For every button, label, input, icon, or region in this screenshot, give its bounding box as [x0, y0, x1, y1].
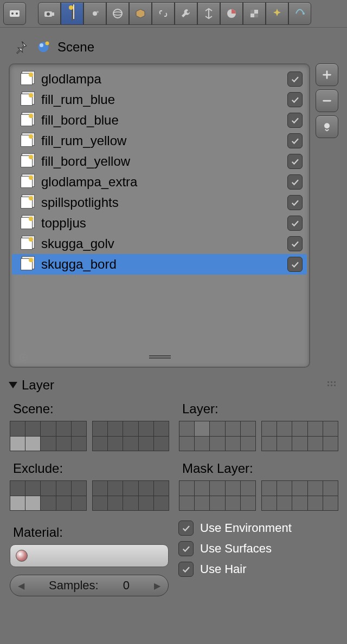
layer-cell[interactable]: [108, 481, 123, 496]
render-layer-enable-checkbox[interactable]: [287, 174, 303, 190]
layer-cell[interactable]: [72, 421, 86, 436]
layer-cell[interactable]: [277, 437, 292, 451]
layer-layers-grid-a[interactable]: [179, 421, 256, 451]
layer-cell[interactable]: [292, 481, 307, 496]
layer-cell[interactable]: [277, 481, 292, 496]
render-layer-item[interactable]: skugga_bord: [12, 254, 307, 275]
layer-cell[interactable]: [72, 481, 86, 496]
layer-cell[interactable]: [179, 421, 194, 436]
render-layer-item[interactable]: skugga_golv: [12, 233, 307, 254]
tab-world[interactable]: [106, 2, 129, 25]
scene-layers-grid-b[interactable]: [92, 421, 169, 451]
layer-cell[interactable]: [123, 421, 138, 436]
layer-cell[interactable]: [123, 496, 138, 511]
layer-cell[interactable]: [262, 496, 277, 511]
layer-cell[interactable]: [139, 421, 153, 436]
layer-cell[interactable]: [10, 496, 25, 511]
render-layer-name[interactable]: spillspotlights: [41, 195, 281, 210]
layer-cell[interactable]: [210, 481, 224, 496]
layer-cell[interactable]: [123, 481, 138, 496]
layer-cell[interactable]: [93, 481, 107, 496]
tab-particles[interactable]: [266, 2, 288, 25]
layer-cell[interactable]: [179, 496, 194, 511]
layer-cell[interactable]: [179, 481, 194, 496]
layer-cell[interactable]: [277, 496, 292, 511]
tab-render-layers[interactable]: [61, 2, 83, 25]
tab-physics[interactable]: [288, 2, 311, 25]
layer-cell[interactable]: [25, 496, 40, 511]
render-layer-item[interactable]: fill_rum_yellow: [12, 131, 307, 151]
samples-field[interactable]: ◀ Samples: 0 ▶: [10, 575, 169, 596]
render-layer-enable-checkbox[interactable]: [287, 113, 303, 128]
layer-cell[interactable]: [210, 496, 224, 511]
render-layer-name[interactable]: fill_rum_yellow: [41, 133, 281, 148]
layer-cell[interactable]: [226, 437, 240, 451]
layer-cell[interactable]: [41, 421, 55, 436]
layer-cell[interactable]: [292, 496, 307, 511]
tab-texture[interactable]: [243, 2, 266, 25]
layer-cell[interactable]: [154, 496, 169, 511]
layer-cell[interactable]: [139, 496, 153, 511]
use-surfaces-checkbox[interactable]: [178, 541, 194, 556]
layer-cell[interactable]: [56, 481, 71, 496]
layer-cell[interactable]: [262, 437, 277, 451]
use-surfaces-row[interactable]: Use Surfaces: [178, 541, 337, 556]
use-hair-checkbox[interactable]: [178, 562, 194, 577]
use-hair-row[interactable]: Use Hair: [178, 562, 337, 577]
layer-cell[interactable]: [195, 481, 209, 496]
render-layer-name[interactable]: toppljus: [41, 216, 281, 231]
layer-cell[interactable]: [56, 496, 71, 511]
render-layer-name[interactable]: glodlampa: [41, 71, 281, 87]
layer-cell[interactable]: [154, 421, 169, 436]
render-layer-enable-checkbox[interactable]: [287, 216, 303, 231]
layer-cell[interactable]: [195, 421, 209, 436]
layer-cell[interactable]: [323, 421, 338, 436]
layer-cell[interactable]: [210, 437, 224, 451]
exclude-layers-grid-a[interactable]: [10, 480, 87, 511]
render-layer-item[interactable]: glodlampa: [12, 69, 307, 89]
layer-cell[interactable]: [308, 421, 323, 436]
render-layers-scroll[interactable]: glodlampa fill_rum_blue fill_bord_blue f…: [12, 69, 307, 349]
layer-cell[interactable]: [108, 421, 123, 436]
layer-cell[interactable]: [308, 437, 323, 451]
exclude-layers-grid-b[interactable]: [92, 480, 169, 511]
tab-render[interactable]: [38, 2, 61, 25]
layer-cell[interactable]: [93, 437, 107, 451]
layer-cell[interactable]: [41, 437, 55, 451]
list-resize-grip[interactable]: [149, 355, 171, 359]
panel-drag-grip[interactable]: [327, 381, 338, 389]
layer-cell[interactable]: [241, 437, 255, 451]
scene-datablock-icon[interactable]: [35, 38, 52, 56]
layer-cell[interactable]: [226, 481, 240, 496]
layer-cell[interactable]: [56, 437, 71, 451]
layer-cell[interactable]: [25, 437, 40, 451]
render-layer-name[interactable]: fill_rum_blue: [41, 92, 281, 107]
render-layer-name[interactable]: fill_bord_blue: [41, 113, 281, 128]
render-layer-name[interactable]: fill_bord_yellow: [41, 154, 281, 169]
layer-cell[interactable]: [292, 437, 307, 451]
render-layer-item[interactable]: fill_bord_blue: [12, 110, 307, 131]
render-layer-item[interactable]: fill_bord_yellow: [12, 151, 307, 172]
render-layer-item[interactable]: toppljus: [12, 213, 307, 233]
layer-cell[interactable]: [93, 496, 107, 511]
render-layer-item[interactable]: glodlampa_extra: [12, 172, 307, 192]
pin-button[interactable]: [12, 38, 29, 56]
layer-cell[interactable]: [241, 421, 255, 436]
layer-cell[interactable]: [108, 496, 123, 511]
editor-type-button[interactable]: [3, 2, 26, 25]
layer-cell[interactable]: [179, 437, 194, 451]
layer-layers-grid-b[interactable]: [261, 421, 338, 451]
render-layer-enable-checkbox[interactable]: [287, 236, 303, 251]
render-layer-item[interactable]: fill_rum_blue: [12, 89, 307, 110]
render-layer-name[interactable]: skugga_golv: [41, 236, 281, 251]
layer-cell[interactable]: [308, 496, 323, 511]
layer-cell[interactable]: [10, 437, 25, 451]
layer-cell[interactable]: [123, 437, 138, 451]
layer-cell[interactable]: [108, 437, 123, 451]
material-override-field[interactable]: [10, 544, 169, 567]
layer-cell[interactable]: [226, 496, 240, 511]
layer-cell[interactable]: [154, 481, 169, 496]
tab-constraints[interactable]: [152, 2, 175, 25]
layer-cell[interactable]: [10, 481, 25, 496]
layer-cell[interactable]: [72, 496, 86, 511]
